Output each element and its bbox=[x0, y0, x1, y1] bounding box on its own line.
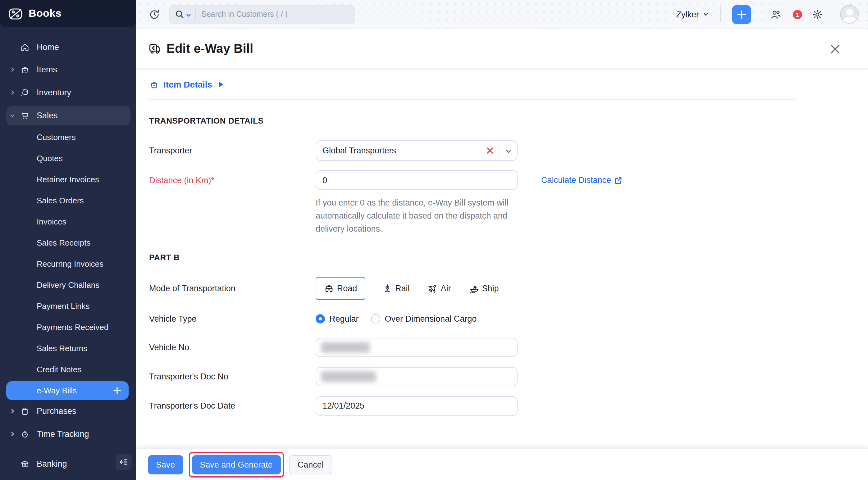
inventory-icon bbox=[20, 88, 30, 97]
chevron-right-icon bbox=[9, 66, 16, 73]
sidebar-item-sales[interactable]: Sales bbox=[0, 106, 136, 125]
footer-action-bar: Save Save and Generate Cancel bbox=[136, 448, 868, 480]
sidebar-item-delivery-challans[interactable]: Delivery Challans bbox=[0, 276, 136, 294]
distance-help-text: If you enter 0 as the distance, e-Way Bi… bbox=[316, 196, 522, 235]
notification-badge: 1 bbox=[793, 10, 802, 19]
calculate-distance-link[interactable]: Calculate Distance bbox=[541, 175, 622, 185]
refresh-icon[interactable] bbox=[149, 8, 160, 20]
mode-label: Mode of Transportation bbox=[149, 284, 316, 293]
save-button[interactable]: Save bbox=[148, 455, 183, 474]
transporter-doc-date-row: Transporter's Doc Date bbox=[149, 396, 795, 415]
sidebar-item-payments-received[interactable]: Payments Received bbox=[0, 318, 136, 337]
distance-input[interactable] bbox=[316, 170, 518, 190]
timer-icon bbox=[20, 429, 30, 439]
org-selector[interactable]: Zylker bbox=[676, 10, 709, 19]
gear-icon[interactable] bbox=[811, 8, 823, 20]
search-input[interactable] bbox=[201, 10, 338, 19]
transporter-select[interactable]: Global Transporters bbox=[316, 140, 518, 161]
sidebar-item-time-tracking[interactable]: Time Tracking bbox=[0, 425, 136, 443]
mode-of-transportation-row: Mode of Transportation Road Rail bbox=[149, 277, 795, 300]
sidebar-collapse-button[interactable] bbox=[116, 454, 132, 470]
users-icon[interactable] bbox=[770, 8, 782, 20]
clear-icon[interactable] bbox=[487, 147, 493, 154]
app-window: Books Home Items Inventory bbox=[0, 0, 868, 480]
form-scroll-area: Item Details TRANSPORTATION DETAILS Tran… bbox=[136, 69, 868, 448]
sidebar-item-quotes[interactable]: Quotes bbox=[0, 149, 136, 168]
sidebar: Books Home Items Inventory bbox=[0, 0, 136, 480]
books-logo-icon bbox=[9, 7, 23, 20]
cancel-button[interactable]: Cancel bbox=[289, 455, 333, 474]
chevron-down-icon[interactable] bbox=[505, 148, 512, 155]
mode-option-road-selected[interactable]: Road bbox=[316, 277, 365, 300]
shopping-bag-icon bbox=[20, 406, 30, 416]
sidebar-item-sales-returns[interactable]: Sales Returns bbox=[0, 339, 136, 358]
airplane-icon bbox=[428, 283, 438, 294]
sidebar-item-credit-notes[interactable]: Credit Notes bbox=[0, 360, 136, 379]
chevron-right-icon bbox=[9, 408, 16, 414]
chevron-down-icon bbox=[9, 113, 16, 119]
sidebar-item-sales-receipts[interactable]: Sales Receipts bbox=[0, 233, 136, 252]
page-header: Edit e-Way Bill bbox=[136, 29, 868, 69]
quick-create-button[interactable] bbox=[732, 5, 751, 24]
topbar: Zylker 1 bbox=[136, 0, 868, 29]
transporter-row: Transporter Global Transporters bbox=[149, 140, 795, 161]
search-scope-chevron-icon[interactable] bbox=[186, 12, 191, 18]
sidebar-item-payment-links[interactable]: Payment Links bbox=[0, 297, 136, 315]
section-transportation-details: TRANSPORTATION DETAILS bbox=[149, 116, 795, 125]
distance-label: Distance (in Km)* bbox=[149, 175, 316, 185]
sidebar-item-home[interactable]: Home bbox=[0, 38, 136, 57]
sidebar-item-recurring-invoices[interactable]: Recurring Invoices bbox=[0, 255, 136, 273]
tutorial-highlight-box: Save and Generate bbox=[189, 452, 284, 477]
avatar-silhouette bbox=[846, 9, 853, 15]
redacted-value bbox=[321, 371, 376, 382]
app-title: Books bbox=[29, 7, 62, 20]
add-eway-bill-icon[interactable] bbox=[113, 387, 121, 395]
mode-option-ship[interactable]: Ship bbox=[469, 283, 499, 294]
select-divider bbox=[500, 141, 500, 160]
radio-unselected-icon bbox=[371, 314, 380, 323]
sidebar-item-sales-orders[interactable]: Sales Orders bbox=[0, 191, 136, 210]
external-link-icon bbox=[614, 177, 622, 184]
chevron-right-icon bbox=[9, 89, 16, 96]
sidebar-item-retainer-invoices[interactable]: Retainer Invoices bbox=[0, 170, 136, 189]
train-icon bbox=[382, 283, 393, 294]
doc-no-label: Transporter's Doc No bbox=[149, 372, 316, 381]
item-details-toggle[interactable]: Item Details bbox=[149, 79, 223, 89]
mode-option-rail[interactable]: Rail bbox=[382, 283, 410, 294]
user-avatar[interactable] bbox=[840, 5, 859, 24]
close-icon[interactable] bbox=[830, 43, 841, 54]
plus-icon bbox=[737, 10, 746, 19]
vehicle-no-label: Vehicle No bbox=[149, 343, 316, 352]
distance-row: Distance (in Km)* Calculate Distance bbox=[149, 170, 795, 190]
global-search[interactable] bbox=[169, 5, 355, 24]
topbar-divider bbox=[720, 6, 721, 22]
sidebar-item-eway-bills-active[interactable]: e-Way Bills bbox=[6, 381, 129, 400]
sidebar-item-inventory[interactable]: Inventory bbox=[0, 83, 136, 102]
doc-date-input[interactable] bbox=[316, 396, 518, 416]
transporter-doc-no-row: Transporter's Doc No bbox=[149, 367, 795, 386]
radio-over-dimensional-cargo[interactable]: Over Dimensional Cargo bbox=[371, 314, 477, 323]
collapse-sidebar-icon bbox=[119, 458, 128, 466]
sidebar-item-invoices[interactable]: Invoices bbox=[0, 212, 136, 231]
topbar-right: Zylker 1 bbox=[676, 5, 859, 24]
bag-icon bbox=[20, 65, 30, 74]
transporter-label: Transporter bbox=[149, 146, 316, 155]
transporter-value: Global Transporters bbox=[322, 146, 487, 155]
sidebar-item-items[interactable]: Items bbox=[0, 60, 136, 79]
mode-options: Road Rail Air bbox=[316, 277, 499, 300]
vehicle-type-label: Vehicle Type bbox=[149, 314, 316, 323]
mode-option-air[interactable]: Air bbox=[428, 283, 451, 294]
sidebar-item-customers[interactable]: Customers bbox=[0, 128, 136, 147]
item-details-row: Item Details bbox=[149, 69, 795, 100]
eway-bill-truck-icon bbox=[149, 43, 161, 54]
bag-icon bbox=[149, 79, 159, 89]
logo-strip[interactable]: Books bbox=[0, 0, 136, 27]
chevron-down-icon bbox=[703, 11, 709, 18]
sidebar-item-purchases[interactable]: Purchases bbox=[0, 402, 136, 420]
redacted-value bbox=[321, 342, 370, 353]
vehicle-no-row: Vehicle No bbox=[149, 338, 795, 357]
ship-icon bbox=[469, 283, 480, 294]
radio-regular[interactable]: Regular bbox=[316, 314, 359, 323]
save-and-generate-button[interactable]: Save and Generate bbox=[192, 455, 281, 474]
expand-arrow-icon bbox=[218, 81, 223, 87]
